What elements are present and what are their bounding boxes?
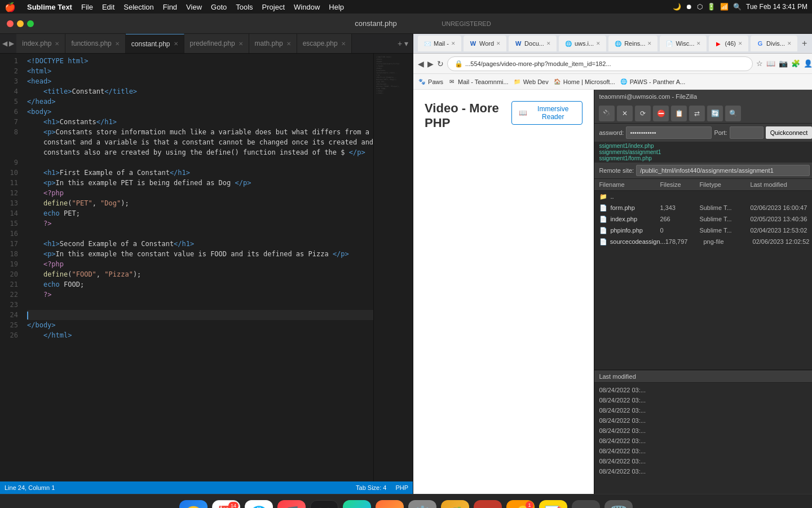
fz-file-item-parent[interactable]: 📁 .. — [594, 191, 812, 202]
tab-close-icon[interactable]: ✕ — [286, 41, 291, 47]
dock-filezilla[interactable]: Z — [474, 500, 502, 509]
fz-col-filename[interactable]: Filename — [599, 181, 660, 188]
profile-icon[interactable]: 👤 — [804, 59, 812, 68]
fz-file-item-index[interactable]: 📄 index.php 266 Sublime T... 02/05/2023 … — [594, 213, 812, 225]
dock-preferences[interactable]: ⚙️ — [408, 500, 436, 509]
menu-view[interactable]: View — [186, 3, 202, 11]
menu-window[interactable]: Window — [294, 3, 320, 11]
bookmark-microsoft[interactable]: 🏠 Home | Microsoft... — [553, 78, 615, 86]
forward-button[interactable]: ▶ — [427, 59, 434, 68]
fz-password-input[interactable] — [626, 126, 712, 139]
back-button[interactable]: ◀ — [418, 59, 424, 68]
tab-constant-php[interactable]: constant.php ✕ — [126, 34, 184, 54]
tab-close-icon[interactable]: ✕ — [647, 41, 652, 46]
tab-close-icon[interactable]: ✕ — [174, 41, 178, 47]
tab-close-icon[interactable]: ✕ — [696, 41, 701, 46]
dock-access[interactable]: 🔑 1 — [506, 500, 535, 509]
url-input[interactable]: 🔒 ...554/pages/video-more-php?module_ite… — [447, 56, 753, 71]
dock-notes[interactable]: 📝 — [539, 500, 567, 509]
tab-predefined-php[interactable]: predefined.php ✕ — [184, 34, 249, 54]
bookmark-paws2[interactable]: 🌐 PAWS - Panther A... — [620, 78, 685, 86]
minimize-button[interactable] — [17, 20, 24, 27]
apple-menu[interactable]: 🍎 — [5, 2, 16, 12]
fz-path-3[interactable]: ssignment1/form.php — [599, 155, 812, 161]
menu-edit[interactable]: Edit — [102, 3, 114, 11]
fz-quickconnect-button[interactable]: Quickconnect — [766, 126, 812, 139]
tab-close-icon[interactable]: ✕ — [596, 41, 601, 46]
tab-close-icon[interactable]: ✕ — [239, 41, 243, 47]
fz-col-modified[interactable]: Last modified — [750, 181, 812, 188]
dock-sublime[interactable]: S — [376, 500, 404, 509]
dock-gametrack[interactable]: 🎮 — [310, 500, 338, 509]
menu-find[interactable]: Find — [163, 3, 177, 11]
browser-tab-uws[interactable]: 🌐 uws.i... ✕ — [559, 36, 606, 51]
menu-file[interactable]: File — [81, 3, 93, 11]
browser-tab-46[interactable]: ▶ (46) ✕ — [709, 36, 748, 51]
fz-file-item-sourcecode[interactable]: 📄 sourcecodeassign... 178,797 png-file 0… — [594, 236, 812, 247]
tab-close-icon[interactable]: ✕ — [496, 41, 501, 46]
dock-trash[interactable]: 🗑️ — [604, 500, 633, 509]
tab-index-php[interactable]: index.php ✕ — [16, 34, 65, 54]
reload-button[interactable]: ↻ — [437, 59, 444, 68]
tab-actions[interactable]: + ▾ — [395, 39, 411, 48]
browser-tab-wisc[interactable]: 📄 Wisc... ✕ — [660, 36, 707, 51]
tab-close-icon[interactable]: ✕ — [451, 41, 456, 46]
nav-arrows[interactable]: ◀ ▶ — [2, 40, 14, 47]
tab-overflow-icon[interactable]: ▾ — [404, 39, 408, 48]
new-browser-tab-button[interactable]: + — [800, 38, 809, 49]
browser-tab-reins[interactable]: 🌐 Reins... ✕ — [608, 36, 657, 51]
close-button[interactable] — [7, 20, 14, 27]
menu-goto[interactable]: Goto — [211, 3, 227, 11]
fz-binoculars-button[interactable]: 🔍 — [725, 106, 741, 121]
search-icon[interactable]: 🔍 — [733, 3, 742, 11]
dock-chrome[interactable]: 🌐 — [245, 500, 273, 509]
tab-math-php[interactable]: math.php ✕ — [249, 34, 297, 54]
dock-pycharm[interactable]: PC — [343, 500, 371, 509]
fz-path-1[interactable]: ssignment1/index.php — [599, 143, 812, 149]
fz-file-manager-button[interactable]: 📋 — [671, 106, 687, 121]
dock-tableplus[interactable]: 🗃️ — [441, 500, 469, 509]
fz-col-filesize[interactable]: Filesize — [660, 181, 699, 188]
fz-port-input[interactable] — [730, 126, 764, 139]
browser-tab-divis[interactable]: G Divis... ✕ — [751, 36, 797, 51]
tab-close-icon[interactable]: ✕ — [115, 41, 120, 47]
read-mode-icon[interactable]: 📖 — [766, 59, 775, 68]
tab-escape-php[interactable]: escape.php ✕ — [297, 34, 352, 54]
browser-tab-docu[interactable]: W Docu... ✕ — [509, 36, 557, 51]
dock-music[interactable]: 🎵 — [277, 500, 306, 509]
bookmark-webdev[interactable]: 📁 Web Dev — [513, 78, 549, 86]
tab-close-icon[interactable]: ✕ — [546, 41, 551, 46]
fz-reconnect-button[interactable]: ⟳ — [635, 106, 651, 121]
menu-help[interactable]: Help — [329, 3, 344, 11]
menu-project[interactable]: Project — [262, 3, 285, 11]
menu-selection[interactable]: Selection — [123, 3, 153, 11]
extensions-icon[interactable]: 🧩 — [791, 59, 800, 68]
browser-tab-mail[interactable]: ✉️ Mail - ✕ — [418, 36, 461, 51]
dock-bettertouchtool[interactable]: ⌨️ — [572, 500, 600, 509]
fz-file-item-form[interactable]: 📄 form.php 1,343 Sublime T... 02/06/2023… — [594, 202, 812, 213]
tab-functions-php[interactable]: functions.php ✕ — [65, 34, 125, 54]
fz-cancel-button[interactable]: ⛔ — [653, 106, 669, 121]
bookmark-mail[interactable]: ✉ Mail - Teaomnmi... — [448, 78, 509, 86]
fz-col-filetype[interactable]: Filetype — [699, 181, 750, 188]
fz-file-item-phpinfo[interactable]: 📄 phpinfo.php 0 Sublime T... 02/04/2023 … — [594, 225, 812, 236]
tab-close-icon[interactable]: ✕ — [341, 41, 346, 47]
dock-calendar[interactable]: 📅 14 — [212, 500, 240, 509]
tab-close-icon[interactable]: ✕ — [787, 41, 792, 46]
tab-close-icon[interactable]: ✕ — [738, 41, 743, 46]
fz-sync-button[interactable]: 🔄 — [707, 106, 723, 121]
tab-close-icon[interactable]: ✕ — [55, 41, 59, 47]
browser-tab-word[interactable]: W Word ✕ — [464, 36, 506, 51]
fz-new-connection-button[interactable]: 🔌 — [599, 106, 615, 121]
maximize-button[interactable] — [27, 20, 34, 27]
screenshot-icon[interactable]: 📷 — [779, 59, 788, 68]
fz-remote-site-input[interactable] — [636, 165, 810, 176]
fz-disconnect-button[interactable]: ✕ — [617, 106, 633, 121]
dock-finder[interactable]: 😊 — [179, 500, 208, 509]
immersive-reader-button[interactable]: 📖 Immersive Reader — [511, 101, 582, 125]
syntax[interactable]: PHP — [395, 484, 408, 491]
bookmark-star-icon[interactable]: ☆ — [756, 59, 763, 68]
fz-path-2[interactable]: ssignments/assignment1 — [599, 149, 812, 155]
new-tab-icon[interactable]: + — [398, 39, 402, 48]
fz-compare-button[interactable]: ⇄ — [689, 106, 705, 121]
